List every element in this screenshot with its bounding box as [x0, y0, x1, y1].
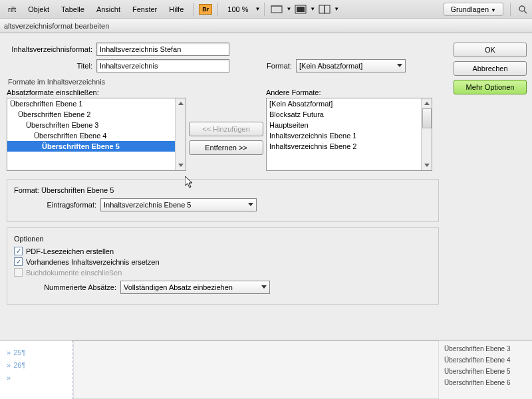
- numbered-paragraphs-dropdown[interactable]: Vollständigen Absatz einbeziehen: [120, 281, 270, 294]
- list-item[interactable]: Überschriften Ebene 4: [7, 130, 186, 141]
- format-section-label: Format: Überschriften Ebene 5: [14, 186, 432, 194]
- dropdown-arrow-icon[interactable]: ▼: [255, 6, 260, 12]
- svg-marker-8: [178, 102, 184, 105]
- menu-fenster[interactable]: Fenster: [127, 3, 162, 16]
- svg-rect-3: [297, 7, 305, 12]
- format-dropdown[interactable]: [Kein Absatzformat]: [296, 59, 406, 72]
- other-formats-list[interactable]: [Kein Absatzformat] Blocksatz Futura Hau…: [266, 98, 432, 171]
- view-options-icon[interactable]: [269, 2, 285, 17]
- book-docs-checkbox: [14, 268, 23, 277]
- replace-toc-label: Vorhandenes Inhaltsverzeichnis ersetzen: [26, 258, 160, 266]
- scroll-down-icon[interactable]: [422, 160, 432, 170]
- list-item[interactable]: Blocksatz Futura: [267, 109, 432, 120]
- document-area: »25¶ »26¶ » Überschriften Ebene 3 Übersc…: [0, 340, 532, 399]
- chevron-down-icon: [261, 285, 267, 289]
- list-item[interactable]: [Kein Absatzformat]: [267, 98, 432, 109]
- menu-tabelle[interactable]: Tabelle: [56, 3, 90, 16]
- dialog-body: OK Abbrechen Mehr Optionen Inhaltsverzei…: [0, 33, 532, 340]
- document-text: »25¶ »26¶ »: [0, 340, 73, 399]
- include-formats-list[interactable]: Überschriften Ebene 1 Überschriften Eben…: [7, 98, 186, 171]
- ok-button[interactable]: OK: [454, 43, 527, 57]
- other-formats-label: Andere Formate:: [266, 88, 432, 96]
- pdf-bookmarks-label: PDF-Lesezeichen erstellen: [26, 247, 114, 255]
- svg-marker-10: [424, 102, 430, 105]
- dropdown-arrow-icon[interactable]: ▼: [286, 6, 291, 12]
- pilcrow-icon: ¶: [21, 361, 25, 369]
- arrange-icon[interactable]: [317, 2, 332, 17]
- list-item[interactable]: Hauptseiten: [267, 120, 432, 130]
- separator: [510, 3, 511, 16]
- list-item-selected[interactable]: Überschriften Ebene 5: [7, 141, 186, 152]
- menu-hilfe[interactable]: Hilfe: [164, 3, 189, 16]
- list-item[interactable]: Inhaltsverzeichnis Ebene 1: [267, 130, 432, 141]
- svg-line-7: [524, 11, 527, 13]
- bridge-icon[interactable]: Br: [198, 2, 213, 17]
- entry-format-value: Inhaltsverzeichnis Ebene 5: [104, 201, 191, 209]
- list-item[interactable]: Überschriften Ebene 3: [7, 120, 186, 130]
- menu-schrift[interactable]: rift: [3, 3, 21, 16]
- title-label: Titel:: [7, 62, 96, 70]
- svg-point-6: [519, 6, 525, 11]
- entry-format-label: Eintragsformat:: [14, 201, 100, 209]
- dialog-titlebar: altsverzeichnisformat bearbeiten: [0, 19, 532, 33]
- paragraph-styles-panel[interactable]: Überschriften Ebene 3 Überschriften Eben…: [439, 340, 532, 399]
- scroll-up-icon[interactable]: [422, 98, 432, 108]
- scrollbar[interactable]: [175, 98, 186, 170]
- separator: [217, 3, 218, 16]
- numbered-paragraphs-label: Nummerierte Absätze:: [14, 283, 120, 291]
- format-section: Format: Überschriften Ebene 5 Eintragsfo…: [7, 179, 439, 222]
- svg-marker-11: [424, 164, 430, 167]
- scroll-thumb[interactable]: [422, 108, 432, 128]
- title-input[interactable]: [96, 59, 229, 72]
- workspace-switcher[interactable]: Grundlagen ▼: [444, 3, 503, 16]
- book-docs-label: Buchdokumente einschließen: [26, 269, 122, 277]
- menu-ansicht[interactable]: Ansicht: [91, 3, 126, 16]
- style-item[interactable]: Überschriften Ebene 3: [443, 343, 528, 354]
- toc-format-label: Inhaltsverzeichnisformat:: [7, 45, 96, 53]
- add-button[interactable]: << Hinzufügen: [189, 122, 263, 136]
- separator: [193, 3, 194, 16]
- format-label: Format:: [246, 62, 296, 70]
- app-menubar: rift Objekt Tabelle Ansicht Fenster Hilf…: [0, 0, 532, 19]
- list-item[interactable]: Überschriften Ebene 2: [7, 109, 186, 120]
- formats-in-toc-label: Formate im Inhaltsverzeichnis: [8, 78, 439, 86]
- entry-format-dropdown[interactable]: Inhaltsverzeichnis Ebene 5: [100, 198, 257, 211]
- pilcrow-icon: ¶: [21, 348, 25, 356]
- remove-button[interactable]: Entfernen >>: [189, 140, 263, 155]
- document-pasteboard: [73, 340, 439, 399]
- numbered-paragraphs-value: Vollständigen Absatz einbeziehen: [124, 283, 233, 291]
- scrollbar[interactable]: [421, 98, 432, 170]
- style-item[interactable]: Überschriften Ebene 5: [443, 366, 528, 377]
- format-value: [Kein Absatzformat]: [299, 62, 362, 70]
- search-icon[interactable]: [517, 4, 529, 15]
- options-label: Optionen: [14, 235, 432, 243]
- chevron-down-icon: [397, 64, 402, 67]
- screen-mode-icon[interactable]: [293, 2, 309, 17]
- zoom-level[interactable]: 100 %: [222, 5, 253, 13]
- separator: [264, 3, 265, 16]
- options-section: Optionen PDF-Lesezeichen erstellen Vorha…: [7, 227, 439, 305]
- svg-rect-5: [325, 5, 330, 13]
- svg-rect-0: [271, 6, 282, 13]
- pdf-bookmarks-checkbox[interactable]: [14, 247, 23, 255]
- toc-format-input[interactable]: [96, 43, 229, 56]
- cancel-button[interactable]: Abbrechen: [454, 61, 527, 76]
- dialog-title: altsverzeichnisformat bearbeiten: [4, 22, 109, 30]
- include-paragraph-formats-label: Absatzformate einschließen:: [7, 88, 186, 96]
- dropdown-arrow-icon[interactable]: ▼: [310, 6, 315, 12]
- line-number: 25: [13, 348, 21, 356]
- scroll-up-icon[interactable]: [176, 98, 186, 108]
- list-item[interactable]: Überschriften Ebene 1: [7, 98, 186, 109]
- style-item[interactable]: Überschriften Ebene 4: [443, 354, 528, 366]
- more-options-button[interactable]: Mehr Optionen: [454, 80, 527, 94]
- svg-rect-4: [319, 5, 325, 13]
- replace-toc-checkbox[interactable]: [14, 257, 23, 266]
- line-number: 26: [13, 361, 21, 369]
- svg-marker-9: [178, 164, 184, 167]
- menu-objekt[interactable]: Objekt: [23, 3, 55, 16]
- dropdown-arrow-icon[interactable]: ▼: [334, 6, 339, 12]
- scroll-down-icon[interactable]: [176, 160, 186, 170]
- chevron-down-icon: [248, 203, 253, 206]
- list-item[interactable]: Inhaltsverzeichnis Ebene 2: [267, 141, 432, 152]
- style-item[interactable]: Überschriften Ebene 6: [443, 377, 528, 388]
